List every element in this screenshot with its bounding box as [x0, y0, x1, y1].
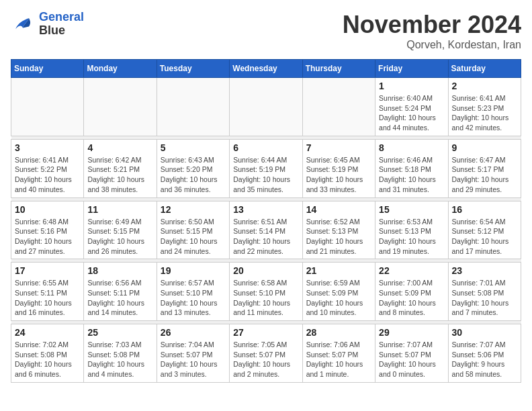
day-number: 4	[87, 142, 152, 153]
calendar-week-5: 24Sunrise: 7:02 AMSunset: 5:08 PMDayligh…	[11, 324, 521, 383]
table-row: 6Sunrise: 6:44 AMSunset: 5:19 PMDaylight…	[230, 139, 302, 197]
table-row	[230, 78, 302, 136]
day-info: Sunrise: 7:07 AMSunset: 5:07 PMDaylight:…	[379, 340, 444, 379]
day-info: Sunrise: 7:03 AMSunset: 5:08 PMDaylight:…	[87, 340, 152, 379]
table-row: 28Sunrise: 7:06 AMSunset: 5:07 PMDayligh…	[302, 324, 375, 383]
day-number: 18	[87, 265, 152, 276]
table-row: 7Sunrise: 6:45 AMSunset: 5:19 PMDaylight…	[302, 139, 375, 197]
table-row	[84, 78, 157, 136]
day-info: Sunrise: 7:04 AMSunset: 5:07 PMDaylight:…	[161, 340, 226, 379]
col-thursday: Thursday	[302, 60, 375, 78]
day-number: 2	[452, 81, 517, 91]
table-row: 9Sunrise: 6:47 AMSunset: 5:17 PMDaylight…	[448, 139, 521, 197]
table-row: 26Sunrise: 7:04 AMSunset: 5:07 PMDayligh…	[157, 324, 229, 383]
day-info: Sunrise: 6:44 AMSunset: 5:19 PMDaylight:…	[233, 155, 298, 195]
day-number: 17	[15, 265, 80, 276]
page-header: General Blue November 2024 Qorveh, Korde…	[11, 11, 521, 51]
day-number: 14	[306, 204, 371, 215]
day-info: Sunrise: 6:54 AMSunset: 5:12 PMDaylight:…	[452, 217, 517, 257]
day-info: Sunrise: 6:58 AMSunset: 5:10 PMDaylight:…	[233, 278, 298, 318]
day-info: Sunrise: 6:46 AMSunset: 5:18 PMDaylight:…	[379, 155, 444, 195]
day-number: 28	[306, 327, 371, 338]
col-saturday: Saturday	[448, 60, 521, 78]
col-friday: Friday	[375, 60, 448, 78]
table-row: 21Sunrise: 6:59 AMSunset: 5:09 PMDayligh…	[302, 263, 375, 321]
table-row: 17Sunrise: 6:55 AMSunset: 5:11 PMDayligh…	[11, 263, 84, 321]
day-number: 22	[379, 265, 444, 276]
day-number: 5	[161, 142, 226, 153]
day-info: Sunrise: 6:49 AMSunset: 5:15 PMDaylight:…	[87, 217, 152, 257]
day-info: Sunrise: 6:56 AMSunset: 5:11 PMDaylight:…	[87, 278, 152, 318]
day-number: 26	[161, 327, 226, 338]
logo-text: General Blue	[39, 11, 84, 38]
table-row: 30Sunrise: 7:07 AMSunset: 5:06 PMDayligh…	[448, 324, 521, 383]
day-info: Sunrise: 6:48 AMSunset: 5:16 PMDaylight:…	[15, 217, 80, 257]
day-number: 30	[452, 327, 517, 338]
day-number: 24	[15, 327, 80, 338]
table-row: 25Sunrise: 7:03 AMSunset: 5:08 PMDayligh…	[84, 324, 157, 383]
day-number: 20	[233, 265, 298, 276]
day-info: Sunrise: 6:53 AMSunset: 5:13 PMDaylight:…	[379, 217, 444, 257]
table-row: 15Sunrise: 6:53 AMSunset: 5:13 PMDayligh…	[375, 201, 448, 259]
table-row: 24Sunrise: 7:02 AMSunset: 5:08 PMDayligh…	[11, 324, 84, 383]
day-info: Sunrise: 6:57 AMSunset: 5:10 PMDaylight:…	[161, 278, 226, 318]
table-row: 12Sunrise: 6:50 AMSunset: 5:15 PMDayligh…	[157, 201, 229, 259]
day-info: Sunrise: 6:51 AMSunset: 5:14 PMDaylight:…	[233, 217, 298, 257]
table-row: 5Sunrise: 6:43 AMSunset: 5:20 PMDaylight…	[157, 139, 229, 197]
day-number: 7	[306, 142, 371, 153]
day-info: Sunrise: 7:01 AMSunset: 5:08 PMDaylight:…	[452, 278, 517, 318]
day-info: Sunrise: 6:52 AMSunset: 5:13 PMDaylight:…	[306, 217, 371, 257]
calendar-header-row: Sunday Monday Tuesday Wednesday Thursday…	[11, 60, 521, 78]
day-info: Sunrise: 7:07 AMSunset: 5:06 PMDaylight:…	[452, 340, 517, 379]
day-number: 19	[161, 265, 226, 276]
table-row: 16Sunrise: 6:54 AMSunset: 5:12 PMDayligh…	[448, 201, 521, 259]
day-number: 1	[379, 81, 444, 91]
calendar-week-4: 17Sunrise: 6:55 AMSunset: 5:11 PMDayligh…	[11, 263, 521, 321]
logo: General Blue	[11, 11, 84, 38]
day-number: 23	[452, 265, 517, 276]
col-tuesday: Tuesday	[157, 60, 229, 78]
table-row: 2Sunrise: 6:41 AMSunset: 5:23 PMDaylight…	[448, 78, 521, 136]
table-row: 10Sunrise: 6:48 AMSunset: 5:16 PMDayligh…	[11, 201, 84, 259]
day-number: 12	[161, 204, 226, 215]
day-info: Sunrise: 6:55 AMSunset: 5:11 PMDaylight:…	[15, 278, 80, 318]
table-row: 18Sunrise: 6:56 AMSunset: 5:11 PMDayligh…	[84, 263, 157, 321]
table-row: 8Sunrise: 6:46 AMSunset: 5:18 PMDaylight…	[375, 139, 448, 197]
table-row	[157, 78, 229, 136]
day-number: 8	[379, 142, 444, 153]
month-title: November 2024	[343, 11, 521, 39]
calendar-week-3: 10Sunrise: 6:48 AMSunset: 5:16 PMDayligh…	[11, 201, 521, 259]
col-sunday: Sunday	[11, 60, 84, 78]
day-number: 13	[233, 204, 298, 215]
day-number: 11	[87, 204, 152, 215]
day-number: 10	[15, 204, 80, 215]
day-number: 25	[87, 327, 152, 338]
logo-icon	[11, 12, 35, 36]
calendar-week-2: 3Sunrise: 6:41 AMSunset: 5:22 PMDaylight…	[11, 139, 521, 197]
day-info: Sunrise: 6:47 AMSunset: 5:17 PMDaylight:…	[452, 155, 517, 195]
table-row: 1Sunrise: 6:40 AMSunset: 5:24 PMDaylight…	[375, 78, 448, 136]
table-row: 23Sunrise: 7:01 AMSunset: 5:08 PMDayligh…	[448, 263, 521, 321]
day-number: 15	[379, 204, 444, 215]
day-info: Sunrise: 6:45 AMSunset: 5:19 PMDaylight:…	[306, 155, 371, 195]
table-row: 27Sunrise: 7:05 AMSunset: 5:07 PMDayligh…	[230, 324, 302, 383]
table-row: 22Sunrise: 7:00 AMSunset: 5:09 PMDayligh…	[375, 263, 448, 321]
location: Qorveh, Kordestan, Iran	[343, 39, 521, 51]
day-info: Sunrise: 7:05 AMSunset: 5:07 PMDaylight:…	[233, 340, 298, 379]
table-row	[302, 78, 375, 136]
table-row: 19Sunrise: 6:57 AMSunset: 5:10 PMDayligh…	[157, 263, 229, 321]
table-row: 20Sunrise: 6:58 AMSunset: 5:10 PMDayligh…	[230, 263, 302, 321]
table-row: 13Sunrise: 6:51 AMSunset: 5:14 PMDayligh…	[230, 201, 302, 259]
day-info: Sunrise: 7:02 AMSunset: 5:08 PMDaylight:…	[15, 340, 80, 379]
table-row: 11Sunrise: 6:49 AMSunset: 5:15 PMDayligh…	[84, 201, 157, 259]
day-number: 6	[233, 142, 298, 153]
calendar-week-1: 1Sunrise: 6:40 AMSunset: 5:24 PMDaylight…	[11, 78, 521, 136]
day-info: Sunrise: 6:41 AMSunset: 5:23 PMDaylight:…	[452, 93, 517, 133]
day-info: Sunrise: 6:41 AMSunset: 5:22 PMDaylight:…	[15, 155, 80, 195]
day-number: 16	[452, 204, 517, 215]
day-info: Sunrise: 6:42 AMSunset: 5:21 PMDaylight:…	[87, 155, 152, 195]
day-number: 27	[233, 327, 298, 338]
table-row: 3Sunrise: 6:41 AMSunset: 5:22 PMDaylight…	[11, 139, 84, 197]
table-row: 4Sunrise: 6:42 AMSunset: 5:21 PMDaylight…	[84, 139, 157, 197]
day-number: 9	[452, 142, 517, 153]
